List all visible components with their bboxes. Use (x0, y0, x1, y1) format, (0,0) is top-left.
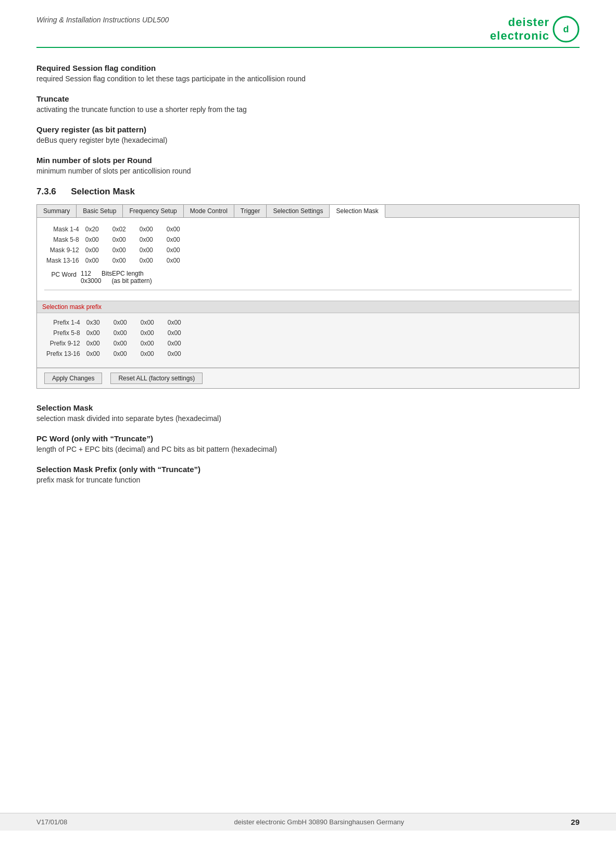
svg-text:d: d (563, 24, 569, 34)
mask-table: Mask 1-4 0x20 0x02 0x00 0x00 Mask 5-8 0x… (44, 224, 192, 266)
prefix-table: Prefix 1-4 0x30 0x00 0x00 0x00 Prefix 5-… (44, 317, 193, 359)
prefix-row-v2: 0x00 (111, 328, 139, 338)
desc-selection-mask-prefix: Selection Mask Prefix (only with “Trunca… (36, 465, 580, 484)
section-query-register: Query register (as bit pattern) deBus qu… (36, 125, 580, 144)
chapter-title: Selection Mask (71, 187, 135, 196)
prefix-row-label: Prefix 9-12 (44, 338, 84, 349)
pcword-values: 112 BitsEPC length 0x3000 (as bit patter… (81, 270, 152, 285)
desc-prefix-heading: Selection Mask Prefix (only with “Trunca… (36, 465, 580, 474)
divider-1 (44, 290, 572, 290)
prefix-row-v1: 0x30 (84, 317, 111, 328)
mask-row-label: Mask 13-16 (44, 255, 83, 266)
page-number: 29 (571, 818, 580, 826)
mask-row-label: Mask 9-12 (44, 245, 83, 255)
panel-footer: Apply Changes Reset ALL (factory setting… (37, 368, 579, 388)
apply-changes-button[interactable]: Apply Changes (44, 373, 102, 384)
mask-row-v2: 0x00 (110, 255, 137, 266)
section-heading-slots: Min number of slots per Round (36, 156, 580, 165)
section-text-query: deBus query register byte (hexadecimal) (36, 136, 580, 144)
prefix-row-v4: 0x00 (166, 349, 193, 359)
desc-pc-word-heading: PC Word (only with “Truncate”) (36, 434, 580, 443)
prefix-row-v3: 0x00 (139, 349, 166, 359)
desc-prefix-text: prefix mask for truncate function (36, 476, 580, 484)
ui-panel: Summary Basic Setup Frequency Setup Mode… (36, 204, 580, 389)
mask-row-v1: 0x00 (83, 255, 110, 266)
tab-summary[interactable]: Summary (37, 205, 77, 217)
prefix-row-v1: 0x00 (84, 349, 111, 359)
chapter-number: 7.3.6 (36, 187, 56, 196)
tab-bar: Summary Basic Setup Frequency Setup Mode… (37, 205, 579, 218)
section-required-session: Required Session flag condition required… (36, 64, 580, 83)
mask-row-v2: 0x00 (110, 245, 137, 255)
tab-mode-control[interactable]: Mode Control (184, 205, 234, 217)
section-truncate: Truncate activating the truncate functio… (36, 94, 580, 114)
chapter-heading: 7.3.6 Selection Mask (36, 187, 580, 197)
tab-frequency-setup[interactable]: Frequency Setup (123, 205, 183, 217)
mask-row-v1: 0x00 (83, 234, 110, 245)
section-text-required-session: required Session flag condition to let t… (36, 75, 580, 83)
mask-row-v4: 0x00 (165, 234, 192, 245)
prefix-row-v4: 0x00 (166, 317, 193, 328)
tab-trigger[interactable]: Trigger (234, 205, 267, 217)
logo-electronic: electronic (490, 29, 549, 43)
prefix-row-v3: 0x00 (139, 338, 166, 349)
prefix-row: Prefix 9-12 0x00 0x00 0x00 0x00 (44, 338, 193, 349)
prefix-row-v2: 0x00 (111, 317, 139, 328)
pcword-desc1: BitsEPC length (102, 270, 144, 277)
section-heading-query: Query register (as bit pattern) (36, 125, 580, 134)
prefix-row-v4: 0x00 (166, 338, 193, 349)
prefix-section-header: Selection mask prefix (37, 301, 579, 313)
footer-company: deister electronic GmbH 30890 Barsinghau… (234, 818, 404, 826)
prefix-section-label: Selection mask prefix (42, 303, 102, 311)
mask-row-v4: 0x00 (165, 224, 192, 234)
mask-row-v3: 0x00 (137, 245, 165, 255)
prefix-row-v3: 0x00 (139, 328, 166, 338)
mask-row-label: Mask 5-8 (44, 234, 83, 245)
page: Wiring & Installation Instructions UDL50… (0, 0, 616, 841)
desc-pc-word-heading-normal: (only with “Truncate”) (69, 434, 153, 443)
prefix-row-v4: 0x00 (166, 328, 193, 338)
mask-row: Mask 13-16 0x00 0x00 0x00 0x00 (44, 255, 192, 266)
desc-selection-mask: Selection Mask selection mask divided in… (36, 403, 580, 423)
mask-row: Mask 5-8 0x00 0x00 0x00 0x00 (44, 234, 192, 245)
desc-selection-mask-heading: Selection Mask (36, 403, 580, 412)
tab-selection-settings[interactable]: Selection Settings (267, 205, 330, 217)
page-header: Wiring & Installation Instructions UDL50… (36, 16, 580, 48)
desc-pc-word: PC Word (only with “Truncate”) length of… (36, 434, 580, 453)
prefix-row: Prefix 5-8 0x00 0x00 0x00 0x00 (44, 328, 193, 338)
prefix-row-v1: 0x00 (84, 328, 111, 338)
logo: deister electronic d (490, 16, 580, 43)
mask-row-v1: 0x00 (83, 245, 110, 255)
tab-basic-setup[interactable]: Basic Setup (77, 205, 123, 217)
mask-row: Mask 9-12 0x00 0x00 0x00 0x00 (44, 245, 192, 255)
desc-prefix-heading-normal: (only with “Truncate”) (117, 465, 200, 474)
reset-all-button[interactable]: Reset ALL (factory settings) (110, 373, 203, 384)
prefix-row: Prefix 13-16 0x00 0x00 0x00 0x00 (44, 349, 193, 359)
prefix-row: Prefix 1-4 0x30 0x00 0x00 0x00 (44, 317, 193, 328)
prefix-row-v2: 0x00 (111, 338, 139, 349)
mask-row: Mask 1-4 0x20 0x02 0x00 0x00 (44, 224, 192, 234)
panel-content: Mask 1-4 0x20 0x02 0x00 0x00 Mask 5-8 0x… (37, 218, 579, 301)
section-min-slots: Min number of slots per Round minimum nu… (36, 156, 580, 175)
section-text-slots: minimum number of slots per anticollisio… (36, 167, 580, 175)
prefix-row-label: Prefix 1-4 (44, 317, 84, 328)
desc-selection-mask-text: selection mask divided into separate byt… (36, 414, 580, 423)
section-heading-required-session: Required Session flag condition (36, 64, 580, 72)
tab-selection-mask[interactable]: Selection Mask (330, 205, 385, 218)
prefix-row-label: Prefix 13-16 (44, 349, 84, 359)
section-heading-truncate: Truncate (36, 94, 580, 103)
mask-row-v3: 0x00 (137, 234, 165, 245)
mask-row-v2: 0x00 (110, 234, 137, 245)
pcword-desc2: (as bit pattern) (111, 277, 152, 285)
logo-text: deister electronic (490, 16, 549, 43)
mask-row-v4: 0x00 (165, 245, 192, 255)
pcword-label: PC Word (44, 270, 81, 278)
pcword-row: PC Word 112 BitsEPC length 0x3000 (as bi… (44, 270, 572, 285)
desc-pc-word-heading-bold: PC Word (36, 434, 69, 443)
prefix-row-v3: 0x00 (139, 317, 166, 328)
desc-prefix-heading-bold: Selection Mask Prefix (36, 465, 117, 474)
document-title: Wiring & Installation Instructions UDL50… (36, 16, 169, 24)
mask-row-v3: 0x00 (137, 255, 165, 266)
pcword-val1: 112 (81, 270, 91, 277)
mask-row-v4: 0x00 (165, 255, 192, 266)
